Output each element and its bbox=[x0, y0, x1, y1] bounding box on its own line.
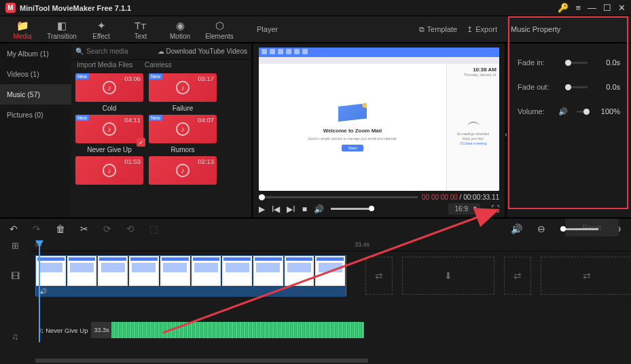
prev-frame-button[interactable]: I◀ bbox=[272, 204, 280, 214]
download-youtube-link[interactable]: ☁ Download YouTube Videos bbox=[158, 48, 247, 55]
sidebar-item-videos[interactable]: Videos (1) bbox=[0, 64, 71, 84]
clip-drop-zone[interactable]: ⇄ bbox=[541, 257, 631, 295]
music-note-icon: ♪ bbox=[103, 122, 116, 136]
duration-label: 01:53 bbox=[124, 158, 141, 165]
fade-out-label: Fade out: bbox=[518, 83, 558, 91]
seek-thumb[interactable] bbox=[259, 194, 265, 200]
fade-out-slider[interactable] bbox=[565, 86, 588, 88]
playback-controls: ▶ I◀ ▶I ■ 🔊 16:9 ⛶ bbox=[259, 200, 499, 215]
tab-effect[interactable]: ✦Effect bbox=[82, 18, 121, 42]
media-panel: 🔍Search media ☁ Download YouTube Videos … bbox=[71, 43, 251, 217]
motion-icon: ◉ bbox=[176, 20, 185, 32]
seek-bar[interactable]: 00 00 00 00 / 00:00:33.11 bbox=[259, 194, 499, 200]
text-icon: Tᴛ bbox=[134, 20, 147, 32]
ruler-tick: 33.4s bbox=[355, 241, 369, 248]
aspect-ratio-select[interactable]: 16:9 bbox=[448, 203, 480, 215]
media-name: Rumors bbox=[149, 143, 217, 155]
template-button[interactable]: ⧉Template bbox=[419, 25, 458, 34]
fullscreen-button[interactable]: ⛶ bbox=[491, 204, 499, 214]
media-grid[interactable]: New♪03:06Cold New♪05:17Failure New♪04:11… bbox=[71, 72, 251, 217]
music-note-icon: ♪ bbox=[176, 122, 190, 136]
sidebar-item-my-album[interactable]: My Album (1) bbox=[0, 43, 71, 64]
video-preview[interactable]: Welcome to Zoom Mail Zoom's simple solut… bbox=[259, 48, 499, 191]
menu-icon[interactable]: ≡ bbox=[575, 3, 581, 13]
media-icon: 📁 bbox=[16, 20, 29, 32]
preview-clock: 10:38 AM Thursday, January 11 bbox=[450, 67, 497, 77]
new-badge: New bbox=[149, 115, 162, 121]
delete-button[interactable]: 🗑 bbox=[56, 223, 65, 234]
preview-banner bbox=[259, 57, 499, 64]
fade-in-value: 0.0s bbox=[594, 58, 620, 67]
transition-drop[interactable]: ⇄ bbox=[365, 257, 393, 295]
volume-slider[interactable] bbox=[331, 208, 374, 210]
timeline-scrollbar[interactable] bbox=[35, 359, 368, 363]
search-icon: 🔍 bbox=[75, 48, 84, 55]
preview-title: Welcome to Zoom Mail bbox=[323, 128, 382, 134]
maximize-button[interactable]: ☐ bbox=[603, 3, 611, 13]
volume-icon[interactable]: 🔊 bbox=[314, 204, 324, 214]
app-logo: M bbox=[5, 3, 16, 13]
split-button[interactable]: ✂ bbox=[80, 223, 88, 234]
import-media-link[interactable]: Import Media Files bbox=[77, 61, 145, 72]
add-track-button[interactable]: ⊞ bbox=[0, 239, 30, 251]
redo-button[interactable]: ↷ bbox=[33, 223, 41, 234]
player-title: Player bbox=[257, 25, 278, 33]
play-button[interactable]: ▶ bbox=[259, 204, 265, 214]
sidebar-item-music[interactable]: Music (57) bbox=[0, 84, 71, 105]
music-note-icon: ♪ bbox=[103, 81, 116, 94]
volume-icon: 🔊 bbox=[558, 107, 568, 116]
timeline-tracks[interactable]: 0s 33.4s 🔊 ⇄ ⬇ ⇄ ⇄ ♫Never Give Up 33.3 bbox=[30, 239, 631, 364]
media-item[interactable]: New♪03:06Cold bbox=[75, 73, 143, 113]
video-track[interactable]: 🔊 ⇄ ⬇ ⇄ ⇄ bbox=[30, 251, 631, 300]
clip-drop-zone[interactable]: ⬇ bbox=[402, 257, 494, 295]
audio-clip[interactable]: ♫Never Give Up 33.3s bbox=[35, 322, 364, 338]
import-row: Import Media Files Careless bbox=[71, 60, 251, 72]
mirror-button[interactable]: ⟲ bbox=[126, 223, 134, 234]
media-item[interactable]: New♪04:07Rumors bbox=[149, 115, 217, 155]
mute-button[interactable]: 🔊 bbox=[511, 223, 522, 234]
property-header: Music Property bbox=[503, 16, 631, 42]
duration-label: 02:13 bbox=[198, 158, 214, 165]
minimize-button[interactable]: — bbox=[588, 3, 596, 13]
content-area: My Album (1) Videos (1) Music (57) Pictu… bbox=[0, 43, 631, 217]
transition-drop[interactable]: ⇄ bbox=[504, 257, 531, 295]
volume-value: 100% bbox=[594, 107, 620, 115]
timeline: ⊞ 🎞 ♫ 0s 33.4s 🔊 ⇄ ⬇ ⇄ ⇄ bbox=[0, 239, 631, 364]
time-ruler[interactable]: 0s 33.4s bbox=[30, 239, 631, 251]
tab-motion[interactable]: ◉Motion bbox=[160, 18, 200, 42]
volume-row: Volume: 🔊 100% bbox=[518, 99, 620, 124]
undo-button[interactable]: ↶ bbox=[10, 223, 18, 234]
tab-text[interactable]: TᴛText bbox=[121, 18, 160, 42]
preview-subtitle: Zoom's simple solution to manage your em… bbox=[303, 136, 402, 141]
video-clip[interactable]: 🔊 bbox=[35, 255, 346, 296]
zoom-slider[interactable] bbox=[560, 228, 598, 230]
media-item[interactable]: New♪04:11✓Never Give Up bbox=[75, 115, 143, 155]
media-name: Cold bbox=[75, 102, 143, 113]
sidebar-item-pictures[interactable]: Pictures (0) bbox=[0, 105, 71, 125]
media-item[interactable]: ♪01:53 bbox=[75, 156, 143, 185]
license-key-icon[interactable]: 🔑 bbox=[558, 3, 569, 13]
crop-button[interactable]: ⬚ bbox=[149, 223, 158, 234]
next-frame-button[interactable]: ▶I bbox=[287, 204, 295, 214]
close-button[interactable]: ✕ bbox=[618, 3, 626, 13]
effect-icon: ✦ bbox=[97, 20, 106, 32]
stop-button[interactable]: ■ bbox=[302, 204, 307, 214]
tab-transition[interactable]: ◧Transition bbox=[42, 18, 82, 42]
tab-media[interactable]: 📁Media bbox=[3, 18, 42, 42]
export-button[interactable]: ↥Export bbox=[467, 25, 497, 34]
new-badge: New bbox=[149, 73, 162, 79]
audio-track[interactable]: ♫Never Give Up 33.3s bbox=[30, 322, 631, 350]
volume-slider-prop[interactable] bbox=[577, 111, 588, 113]
speed-button[interactable]: ⟳ bbox=[103, 223, 111, 234]
fade-in-slider[interactable] bbox=[565, 62, 588, 64]
media-item[interactable]: ♪02:13 bbox=[149, 156, 217, 185]
app-title: MiniTool MovieMaker Free 7.1.1 bbox=[20, 4, 558, 12]
zoom-out-button[interactable]: ⊖ bbox=[537, 223, 545, 234]
music-note-icon: ♪ bbox=[176, 81, 190, 94]
volume-label: Volume: bbox=[518, 107, 558, 115]
tab-elements[interactable]: ⬡Elements bbox=[200, 18, 239, 42]
music-property-panel: Fade in: 0.0s Fade out: 0.0s Volume: 🔊 1… bbox=[507, 43, 631, 217]
search-input[interactable]: 🔍Search media bbox=[75, 48, 158, 55]
media-item[interactable]: New♪05:17Failure bbox=[149, 73, 217, 113]
duration-label: 03:06 bbox=[124, 75, 141, 82]
